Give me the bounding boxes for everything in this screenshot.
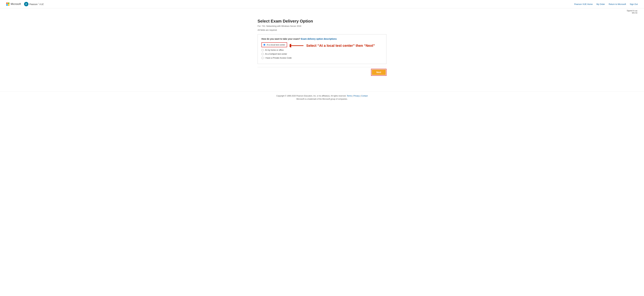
nav-my-order[interactable]: My Order — [596, 3, 605, 5]
nav-return[interactable]: Return to Microsoft — [609, 3, 626, 5]
radio-private[interactable] — [262, 57, 264, 59]
main-content: Select Exam Delivery Option For: 741: Ne… — [251, 14, 393, 85]
signed-in-area: Signed In as: MS ID: — [0, 8, 644, 14]
privacy-link[interactable]: Privacy — [354, 95, 360, 97]
exam-subtitle: For: 741: Networking with Windows Server… — [258, 25, 386, 27]
option-1-row: At a local test center Select “At a loca… — [262, 42, 382, 49]
page-title: Select Exam Delivery Option — [258, 19, 386, 24]
logos: Microsoft P Pearson | VUE — [6, 2, 44, 6]
options-box: How do you want to take your exam? Exam … — [258, 34, 386, 64]
radio-certiport[interactable] — [262, 53, 264, 55]
pearson-logo: P Pearson | VUE — [24, 2, 44, 6]
contact-link[interactable]: Contact — [361, 95, 368, 97]
header: Microsoft P Pearson | VUE Pearson VUE Ho… — [0, 0, 644, 8]
microsoft-logo: Microsoft — [6, 3, 21, 6]
nav-sign-out[interactable]: Sign Out — [630, 3, 638, 5]
ms-sq-red — [6, 3, 8, 4]
nav-home[interactable]: Pearson VUE Home — [574, 3, 592, 5]
arrow-icon — [290, 44, 304, 48]
ms-id-label: MS ID: — [632, 12, 638, 14]
next-area: Next — [258, 67, 386, 77]
pearson-circle-icon: P — [24, 2, 28, 6]
microsoft-squares-icon — [6, 3, 10, 6]
option-certiport: At a Certiport test center — [262, 53, 382, 55]
required-note: All fields are required. — [258, 29, 386, 31]
main-nav: Pearson VUE Home My Order Return to Micr… — [574, 3, 638, 5]
footer-copyright-line: Copyright © 1996-2020 Pearson Education,… — [3, 95, 641, 97]
annotation-text: Select “At a local test center” then “Ne… — [306, 44, 375, 48]
option-private: I have a Private Access Code — [262, 57, 382, 59]
option-local-highlighted: At a local test center — [262, 42, 287, 47]
delivery-descriptions-link[interactable]: Exam delivery option descriptions — [301, 38, 336, 40]
ms-sq-green — [8, 3, 10, 4]
copyright-text: Copyright © 1996-2020 Pearson Education,… — [276, 95, 346, 97]
ms-sq-yellow — [8, 4, 10, 6]
next-button[interactable]: Next — [372, 70, 386, 75]
label-local[interactable]: At a local test center — [267, 44, 285, 46]
radio-local[interactable] — [263, 44, 266, 46]
signed-in-label: Signed In as: — [627, 10, 638, 12]
label-home[interactable]: At my home or office — [265, 49, 284, 51]
radio-home[interactable] — [262, 49, 264, 51]
terms-link[interactable]: Terms — [347, 95, 352, 97]
options-question: How do you want to take your exam? Exam … — [262, 38, 382, 40]
ms-sq-blue — [6, 4, 8, 6]
label-certiport[interactable]: At a Certiport test center — [265, 53, 287, 55]
microsoft-label: Microsoft — [11, 3, 21, 6]
next-button-wrapper: Next — [371, 69, 386, 76]
options-wrapper: At a local test center Select “At a loca… — [262, 42, 382, 59]
footer-trademark: Microsoft is a trademark of the Microsof… — [3, 98, 641, 100]
label-private[interactable]: I have a Private Access Code — [265, 57, 292, 59]
pearson-label: Pearson | VUE — [30, 3, 44, 6]
footer: Copyright © 1996-2020 Pearson Education,… — [0, 91, 644, 103]
option-home: At my home or office — [262, 49, 382, 51]
